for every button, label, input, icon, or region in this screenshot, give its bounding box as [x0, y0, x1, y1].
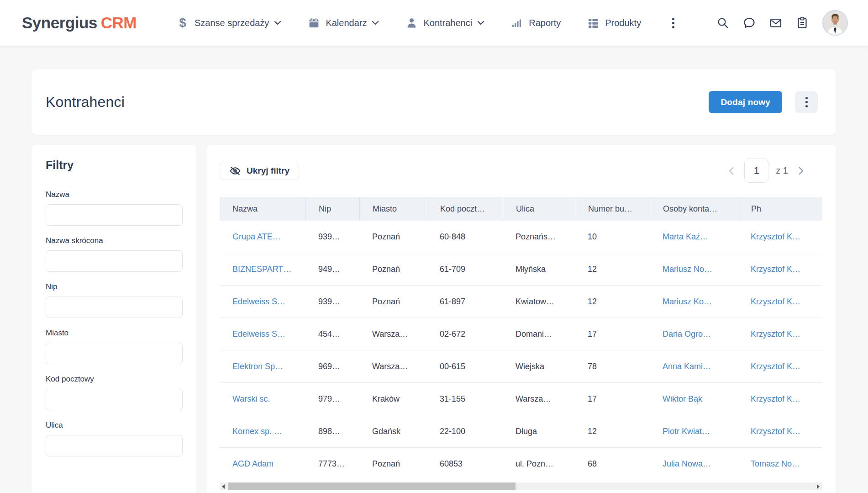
cell-numer-budynku: 78 — [575, 350, 650, 382]
cell-osoby-kontaktowe-link[interactable]: Wiktor Bąk — [650, 383, 738, 415]
cell-nazwa-link[interactable]: Elektron Sp… — [220, 350, 305, 382]
cell-nazwa-link[interactable]: BIZNESPART… — [220, 253, 305, 285]
filter-group-kod-pocztowy: Kod pocztowy — [46, 375, 183, 410]
more-menu-button[interactable] — [668, 15, 679, 31]
scroll-left-icon[interactable] — [220, 482, 227, 490]
cell-nazwa-link[interactable]: AGD Adam — [220, 448, 305, 480]
cell-ph-link[interactable]: Krzysztof K… — [738, 318, 822, 350]
cell-osoby-kontaktowe-link[interactable]: Piotr Kwiat… — [650, 415, 738, 447]
user-avatar[interactable] — [822, 10, 848, 36]
cell-ulica: ul. Pozn… — [503, 448, 575, 480]
cell-nazwa-link[interactable]: Warski sc. — [220, 383, 305, 415]
scrollbar-thumb[interactable] — [228, 482, 516, 490]
cell-ulica: Długa — [503, 415, 575, 447]
hide-filters-button[interactable]: Ukryj filtry — [220, 162, 299, 180]
filter-label: Ulica — [46, 421, 183, 430]
column-header-nazwa[interactable]: Nazwa — [220, 197, 305, 221]
pagination-next-icon[interactable] — [795, 165, 807, 177]
header-kebab-button[interactable] — [795, 91, 818, 113]
filter-input-nip[interactable] — [46, 297, 183, 318]
filter-input-nazwa-skrocona[interactable] — [46, 250, 183, 272]
table-row: Elektron Sp… 969… Warsza… 00-615 Wiejska… — [220, 350, 822, 383]
mail-icon[interactable] — [769, 16, 782, 29]
cell-osoby-kontaktowe-link[interactable]: Marta Kaź… — [650, 221, 738, 253]
column-header-osoby-kontaktowe[interactable]: Osoby konta… — [650, 197, 738, 221]
eye-off-icon — [229, 165, 241, 177]
table-row: Warski sc. 979… Kraków 31-155 Warsza… 17… — [220, 383, 822, 415]
nav-item-produkty[interactable]: Produkty — [587, 17, 641, 29]
cell-miasto: Poznań — [359, 448, 427, 480]
cell-nazwa-link[interactable]: Grupa ATE… — [220, 221, 305, 253]
cell-osoby-kontaktowe-link[interactable]: Mariusz Ko… — [650, 286, 738, 318]
table-toolbar: Ukryj filtry 1 z 1 — [220, 159, 822, 183]
column-header-kod-pocztowy[interactable]: Kod poczt… — [427, 197, 503, 221]
column-header-numer-budynku[interactable]: Numer bu… — [575, 197, 650, 221]
cell-miasto: Kraków — [359, 383, 427, 415]
search-icon[interactable] — [716, 16, 729, 29]
cell-nip: 979… — [305, 383, 359, 415]
filter-label: Nazwa skrócona — [46, 236, 183, 245]
filter-input-nazwa[interactable] — [46, 204, 183, 226]
person-icon — [405, 17, 417, 29]
cell-miasto: Poznań — [359, 286, 427, 318]
column-header-nip[interactable]: Nip — [305, 197, 359, 221]
cell-numer-budynku: 17 — [575, 318, 650, 350]
nav-item-raporty[interactable]: Raporty — [511, 17, 561, 29]
add-new-button[interactable]: Dodaj nowy — [709, 91, 782, 113]
scroll-right-icon[interactable] — [815, 482, 822, 490]
nav-item-kontrahenci[interactable]: Kontrahenci — [405, 17, 484, 29]
cell-ulica: Wiejska — [503, 350, 575, 382]
filters-title: Filtry — [46, 159, 183, 172]
cell-nip: 949… — [305, 253, 359, 285]
cell-ph-link[interactable]: Tomasz No… — [738, 448, 822, 480]
cell-ph-link[interactable]: Krzysztof K… — [738, 350, 822, 382]
filter-group-ulica: Ulica — [46, 421, 183, 456]
cell-ulica: Młyńska — [503, 253, 575, 285]
top-navbar: SynergiusCRM $ Szanse sprzedaży Kalendar… — [0, 0, 868, 46]
chevron-down-icon — [477, 21, 484, 25]
cell-osoby-kontaktowe-link[interactable]: Mariusz No… — [650, 253, 738, 285]
cell-numer-budynku: 17 — [575, 383, 650, 415]
horizontal-scrollbar[interactable] — [220, 482, 822, 490]
cell-ph-link[interactable]: Krzysztof K… — [738, 415, 822, 447]
filter-input-miasto[interactable] — [46, 343, 183, 364]
cell-nazwa-link[interactable]: Kornex sp. … — [220, 415, 305, 447]
cell-ph-link[interactable]: Krzysztof K… — [738, 221, 822, 253]
filter-label: Miasto — [46, 329, 183, 338]
cell-miasto: Poznań — [359, 221, 427, 253]
nav-item-label: Kalendarz — [326, 18, 367, 28]
app-logo[interactable]: SynergiusCRM — [22, 14, 137, 32]
cell-ph-link[interactable]: Krzysztof K… — [738, 383, 822, 415]
cell-miasto: Poznań — [359, 253, 427, 285]
pagination-prev-icon[interactable] — [725, 165, 737, 177]
filter-input-ulica[interactable] — [46, 435, 183, 456]
nav-item-szanse-sprzedazy[interactable]: $ Szanse sprzedaży — [177, 17, 281, 29]
cell-nazwa-link[interactable]: Edelweiss S… — [220, 286, 305, 318]
cell-osoby-kontaktowe-link[interactable]: Daria Ogro… — [650, 318, 738, 350]
column-header-miasto[interactable]: Miasto — [359, 197, 427, 221]
column-header-ulica[interactable]: Ulica — [503, 197, 575, 221]
chat-icon[interactable] — [743, 16, 756, 29]
clipboard-icon[interactable] — [796, 16, 809, 29]
cell-ph-link[interactable]: Krzysztof K… — [738, 253, 822, 285]
cell-ph-link[interactable]: Krzysztof K… — [738, 286, 822, 318]
table-row: Edelweiss S… 454… Warsza… 02-672 Domani…… — [220, 318, 822, 350]
pagination-current-page[interactable]: 1 — [744, 159, 768, 183]
cell-osoby-kontaktowe-link[interactable]: Anna Kami… — [650, 350, 738, 382]
page-title: Kontrahenci — [46, 94, 125, 111]
cell-nip: 969… — [305, 350, 359, 382]
cell-nazwa-link[interactable]: Edelweiss S… — [220, 318, 305, 350]
cell-nip: 898… — [305, 415, 359, 447]
nav-item-kalendarz[interactable]: Kalendarz — [308, 17, 379, 29]
bar-chart-icon — [511, 17, 523, 29]
cell-osoby-kontaktowe-link[interactable]: Julia Nowa… — [650, 448, 738, 480]
filter-group-miasto: Miasto — [46, 329, 183, 364]
cell-miasto: Gdańsk — [359, 415, 427, 447]
cell-nip: 939… — [305, 221, 359, 253]
filter-group-nazwa: Nazwa — [46, 190, 183, 226]
navbar-actions — [716, 10, 848, 36]
column-header-ph[interactable]: Ph — [738, 197, 822, 221]
table-row: Edelweiss S… 939… Poznań 61-897 Kwiatow…… — [220, 286, 822, 318]
filter-input-kod-pocztowy[interactable] — [46, 389, 183, 410]
cell-kod-pocztowy: 60853 — [427, 448, 503, 480]
